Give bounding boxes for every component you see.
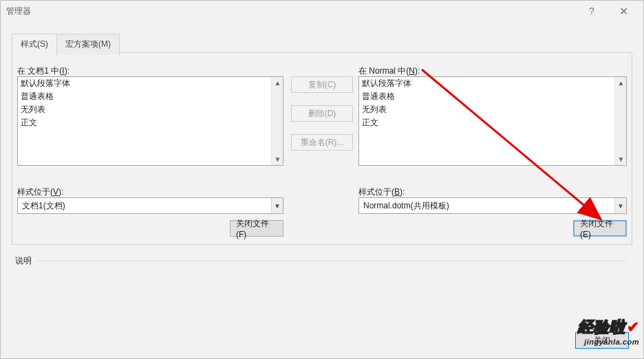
tab-panel: 在 文档1 中(I): 默认段落字体 普通表格 无列表 正文 ▲ ▼ 样式位于(… xyxy=(12,52,632,245)
right-loc-prefix: 样式位于( xyxy=(358,187,394,197)
tab-macros-label: 宏方案项(M) xyxy=(65,39,111,49)
right-close-file-label: 关闭文件(E) xyxy=(580,218,620,239)
delete-button-label: 删除(D) xyxy=(308,108,336,120)
left-close-file-label: 关闭文件(F) xyxy=(236,218,277,239)
left-location-dropdown[interactable]: 文档1(文档) ▼ xyxy=(17,197,283,214)
list-item[interactable]: 正文 xyxy=(359,116,614,129)
right-styles-listbox[interactable]: 默认段落字体 普通表格 无列表 正文 ▲ ▼ xyxy=(358,76,627,166)
right-in-key: N xyxy=(409,66,415,76)
window-controls: ? ✕ xyxy=(576,1,639,21)
scroll-down-icon[interactable]: ▼ xyxy=(272,153,283,165)
left-location-value: 文档1(文档) xyxy=(18,200,271,212)
right-location-dropdown[interactable]: Normal.dotm(共用模板) ▼ xyxy=(358,197,627,214)
copy-button-label: 复制(C) xyxy=(308,79,336,91)
list-item[interactable]: 默认段落字体 xyxy=(359,77,614,90)
left-in-suffix: ): xyxy=(65,66,69,76)
delete-button: 删除(D) xyxy=(291,105,353,122)
tab-strip: 样式(S) 宏方案项(M) xyxy=(12,34,119,55)
scroll-up-icon[interactable]: ▲ xyxy=(615,77,627,89)
right-in-label: 在 Normal 中(N): xyxy=(358,65,420,77)
left-list-scrollbar[interactable]: ▲ ▼ xyxy=(271,77,283,165)
right-in-prefix: 在 Normal 中( xyxy=(358,66,409,76)
tab-styles-label: 样式(S) xyxy=(21,39,48,49)
right-close-file-button[interactable]: 关闭文件(E) xyxy=(573,220,627,237)
right-location-label: 样式位于(B): xyxy=(358,186,405,198)
description-separator xyxy=(35,261,628,261)
right-in-suffix: ): xyxy=(415,66,420,76)
list-item[interactable]: 普通表格 xyxy=(18,90,271,103)
left-in-prefix: 在 文档1 中( xyxy=(17,66,62,76)
left-close-file-button[interactable]: 关闭文件(F) xyxy=(230,220,283,237)
copy-button: 复制(C) xyxy=(291,76,353,93)
titlebar: 管理器 ? ✕ xyxy=(1,1,643,21)
list-item[interactable]: 正文 xyxy=(18,116,271,129)
left-in-label: 在 文档1 中(I): xyxy=(17,65,69,77)
dialog-window: 管理器 ? ✕ 样式(S) 宏方案项(M) 在 文档1 中(I): 默认段落字体… xyxy=(0,0,644,359)
tab-macros[interactable]: 宏方案项(M) xyxy=(56,34,120,55)
chevron-down-icon[interactable]: ▼ xyxy=(614,198,626,213)
rename-button: 重命名(R)... xyxy=(291,134,353,151)
list-item[interactable]: 无列表 xyxy=(18,103,271,116)
left-styles-listbox[interactable]: 默认段落字体 普通表格 无列表 正文 ▲ ▼ xyxy=(17,76,283,166)
rename-button-label: 重命名(R)... xyxy=(301,137,344,149)
right-loc-suffix: ): xyxy=(400,187,405,197)
left-loc-suffix: ): xyxy=(58,187,63,197)
panel-content: 在 文档1 中(I): 默认段落字体 普通表格 无列表 正文 ▲ ▼ 样式位于(… xyxy=(12,53,632,244)
scroll-up-icon[interactable]: ▲ xyxy=(272,77,283,89)
left-loc-prefix: 样式位于( xyxy=(17,187,53,197)
list-item[interactable]: 普通表格 xyxy=(359,90,614,103)
tab-styles[interactable]: 样式(S) xyxy=(12,34,57,55)
description-label: 说明 xyxy=(15,255,32,267)
close-window-button[interactable]: ✕ xyxy=(608,1,639,21)
right-styles-items: 默认段落字体 普通表格 无列表 正文 xyxy=(359,77,614,165)
scroll-down-icon[interactable]: ▼ xyxy=(615,153,627,165)
right-location-value: Normal.dotm(共用模板) xyxy=(359,200,614,212)
chevron-down-icon[interactable]: ▼ xyxy=(271,198,283,213)
left-styles-items: 默认段落字体 普通表格 无列表 正文 xyxy=(18,77,271,165)
list-item[interactable]: 默认段落字体 xyxy=(18,77,271,90)
window-title: 管理器 xyxy=(5,6,576,17)
left-loc-key: V xyxy=(53,187,58,197)
help-button[interactable]: ? xyxy=(576,1,608,21)
left-location-label: 样式位于(V): xyxy=(17,186,63,198)
dialog-close-label: 关闭 xyxy=(594,335,610,347)
right-loc-key: B xyxy=(394,187,400,197)
right-list-scrollbar[interactable]: ▲ ▼ xyxy=(614,77,626,165)
list-item[interactable]: 无列表 xyxy=(359,103,614,116)
dialog-close-button[interactable]: 关闭 xyxy=(575,332,629,349)
